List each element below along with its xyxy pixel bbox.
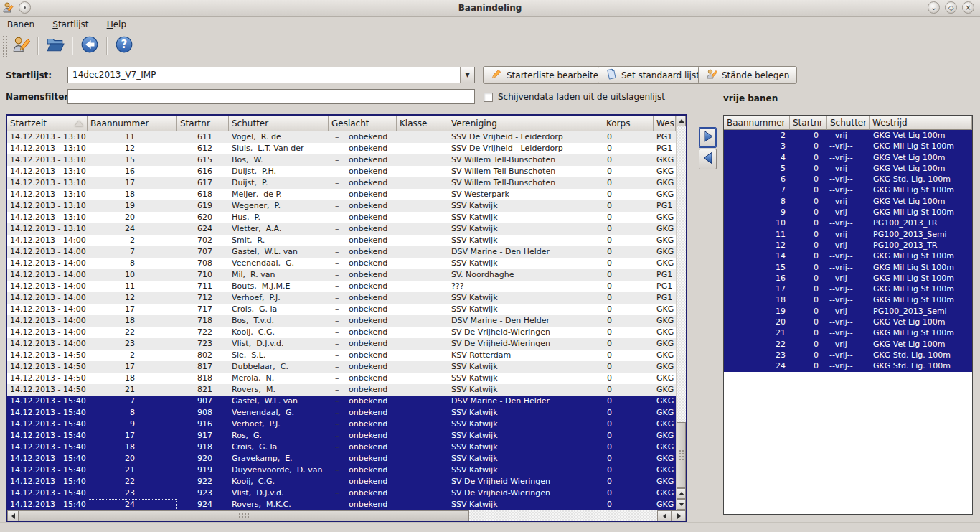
cell-geslacht[interactable]: –onbekend xyxy=(329,499,397,510)
staende-belegen-button[interactable]: Stände belegen xyxy=(698,66,797,84)
cell-baannummer[interactable]: 12 xyxy=(88,143,177,154)
cell-schutter[interactable]: Vogel, R. de xyxy=(229,131,329,143)
cell-startzeit[interactable]: 14.12.2013 - 14:00 xyxy=(7,281,88,292)
cell-geslacht[interactable]: –onbekend xyxy=(329,212,397,223)
cell-geslacht[interactable]: –onbekend xyxy=(329,338,397,350)
cell-startzeit[interactable]: 14.12.2013 - 14:50 xyxy=(7,350,88,361)
cell-vereniging[interactable]: SSV Katwijk xyxy=(448,235,603,246)
cell-westrijd[interactable]: GKG Mil Lig St 100m xyxy=(870,207,972,218)
table-row[interactable]: 190--vrij--PG100_2013_Semi xyxy=(724,306,972,317)
cell-startzeit[interactable]: 14.12.2013 - 14:00 xyxy=(7,338,88,350)
cell-startnr[interactable]: 0 xyxy=(790,185,827,195)
cell-korps[interactable]: 0 xyxy=(603,373,654,384)
cell-korps[interactable]: 0 xyxy=(603,396,654,407)
cell-vereniging[interactable]: SSV Katwijk xyxy=(448,442,603,453)
cell-startzeit[interactable]: 14.12.2013 - 14:00 xyxy=(7,258,88,269)
cell-startzeit[interactable]: 14.12.2013 - 15:40 xyxy=(7,442,88,453)
cell-korps[interactable]: 0 xyxy=(603,200,654,212)
cell-westrijd[interactable]: GKG xyxy=(654,361,676,373)
cell-baannummer[interactable]: 23 xyxy=(88,338,177,350)
table-row[interactable]: 14.12.2013 - 13:1020620Hus, P.–onbekendS… xyxy=(7,212,676,223)
table-row[interactable]: 14.12.2013 - 14:0012712Verhoef, P.J.–onb… xyxy=(7,292,676,304)
cell-baannummer[interactable]: 17 xyxy=(88,361,177,373)
cell-schutter[interactable]: --vrij-- xyxy=(827,317,870,327)
cell-startzeit[interactable]: 14.12.2013 - 14:50 xyxy=(7,373,88,384)
cell-baannummer[interactable]: 10 xyxy=(724,218,790,228)
cell-baannummer[interactable]: 24 xyxy=(88,223,177,235)
cell-westrijd[interactable]: GKG xyxy=(654,453,676,465)
cell-korps[interactable]: 0 xyxy=(603,189,654,200)
cell-klasse[interactable] xyxy=(397,465,448,476)
horizontal-scrollbar[interactable] xyxy=(7,510,686,521)
scroll-left-button[interactable] xyxy=(7,510,19,521)
cell-korps[interactable]: 0 xyxy=(603,154,654,166)
cell-vereniging[interactable]: SV De Vrijheid-Wieringen xyxy=(448,327,603,338)
cell-schutter[interactable]: Kooij, C.G. xyxy=(229,476,329,487)
cell-westrijd[interactable]: GKG Vet Lig 100m xyxy=(870,163,972,174)
cell-schutter[interactable]: Mil, R. van xyxy=(229,269,329,281)
cell-startnr[interactable]: 817 xyxy=(177,361,229,373)
table-row[interactable]: 14.12.2013 - 15:4021919Duyvenvoorde, D. … xyxy=(7,465,676,476)
cell-schutter[interactable]: Ros, G. xyxy=(229,430,329,442)
cell-klasse[interactable] xyxy=(397,292,448,304)
table-row[interactable]: 120--vrij--PG100_2013_TR xyxy=(724,240,972,251)
cell-vereniging[interactable]: KSV Rotterdam xyxy=(448,350,603,361)
cell-korps[interactable]: 0 xyxy=(603,465,654,476)
table-row[interactable]: 14.12.2013 - 15:4023923Vlist, D.J.v.d.–o… xyxy=(7,487,676,499)
cell-schutter[interactable]: Wegener, P. xyxy=(229,200,329,212)
cell-westrijd[interactable]: GKG xyxy=(654,246,676,258)
cell-klasse[interactable] xyxy=(397,430,448,442)
cell-westrijd[interactable]: PG1 xyxy=(654,281,676,292)
cell-vereniging[interactable]: SSV Katwijk xyxy=(448,200,603,212)
cell-baannummer[interactable]: 19 xyxy=(88,200,177,212)
cell-geslacht[interactable]: –onbekend xyxy=(329,235,397,246)
cell-geslacht[interactable]: –onbekend xyxy=(329,166,397,177)
cell-baannummer[interactable]: 7 xyxy=(88,396,177,407)
cell-startnr[interactable]: 0 xyxy=(790,262,827,273)
cell-klasse[interactable] xyxy=(397,281,448,292)
cell-baannummer[interactable]: 2 xyxy=(88,350,177,361)
cell-startnr[interactable]: 802 xyxy=(177,350,229,361)
cell-westrijd[interactable]: PG1 xyxy=(654,269,676,281)
cell-vereniging[interactable]: SSV De Vrijheid - Leiderdorp xyxy=(448,143,603,154)
cell-geslacht[interactable]: –onbekend xyxy=(329,131,397,143)
cell-schutter[interactable]: --vrij-- xyxy=(827,294,870,305)
cell-startzeit[interactable]: 14.12.2013 - 14:00 xyxy=(7,315,88,327)
table-row[interactable]: 30--vrij--GKG Mil Lig St 100m xyxy=(724,141,972,151)
scroll-left-button[interactable] xyxy=(657,510,672,521)
column-header-vereniging[interactable]: Vereniging xyxy=(448,116,603,131)
edit-user-button[interactable] xyxy=(8,34,34,58)
cell-klasse[interactable] xyxy=(397,223,448,235)
cell-schutter[interactable]: Duijst, P.H. xyxy=(229,166,329,177)
cell-vereniging[interactable]: SV Willem Tell-Bunschoten xyxy=(448,154,603,166)
cell-westrijd[interactable]: GKG xyxy=(654,304,676,315)
cell-vereniging[interactable]: DSV Marine - Den Helder xyxy=(448,315,603,327)
cell-westrijd[interactable]: GKG xyxy=(654,327,676,338)
cell-baannummer[interactable]: 20 xyxy=(724,317,790,327)
cell-startzeit[interactable]: 14.12.2013 - 14:00 xyxy=(7,304,88,315)
cell-startnr[interactable]: 718 xyxy=(177,315,229,327)
cell-klasse[interactable] xyxy=(397,487,448,499)
cell-westrijd[interactable]: GKG Vet Lig 100m xyxy=(870,152,972,163)
cell-schutter[interactable]: --vrij-- xyxy=(827,152,870,163)
scroll-down-button[interactable] xyxy=(677,499,686,510)
cell-westrijd[interactable]: GKG xyxy=(654,258,676,269)
cell-geslacht[interactable]: –onbekend xyxy=(329,442,397,453)
toolbar-drag-handle[interactable] xyxy=(2,35,7,57)
table-row[interactable]: 14.12.2013 - 13:1018618Meijer, de P.–onb… xyxy=(7,189,676,200)
cell-baannummer[interactable]: 12 xyxy=(88,292,177,304)
cell-korps[interactable]: 0 xyxy=(603,419,654,430)
cell-startzeit[interactable]: 14.12.2013 - 15:40 xyxy=(7,407,88,419)
cell-westrijd[interactable]: GKG Mil Lig St 100m xyxy=(870,185,972,195)
cell-baannummer[interactable]: 11 xyxy=(724,229,790,240)
cell-schutter[interactable]: Vlist, D.J.v.d. xyxy=(229,338,329,350)
cell-schutter[interactable]: Kooij, C.G. xyxy=(229,327,329,338)
cell-baannummer[interactable]: 21 xyxy=(724,327,790,338)
cell-startnr[interactable]: 0 xyxy=(790,141,827,151)
scroll-up-button[interactable] xyxy=(677,488,686,499)
cell-startzeit[interactable]: 14.12.2013 - 15:40 xyxy=(7,453,88,465)
cell-startnr[interactable]: 924 xyxy=(177,499,229,510)
cell-schutter[interactable]: --vrij-- xyxy=(827,163,870,174)
cell-vereniging[interactable]: SV Willem Tell-Bunschoten xyxy=(448,166,603,177)
cell-vereniging[interactable]: SV Willem Tell-Bunschoten xyxy=(448,177,603,189)
